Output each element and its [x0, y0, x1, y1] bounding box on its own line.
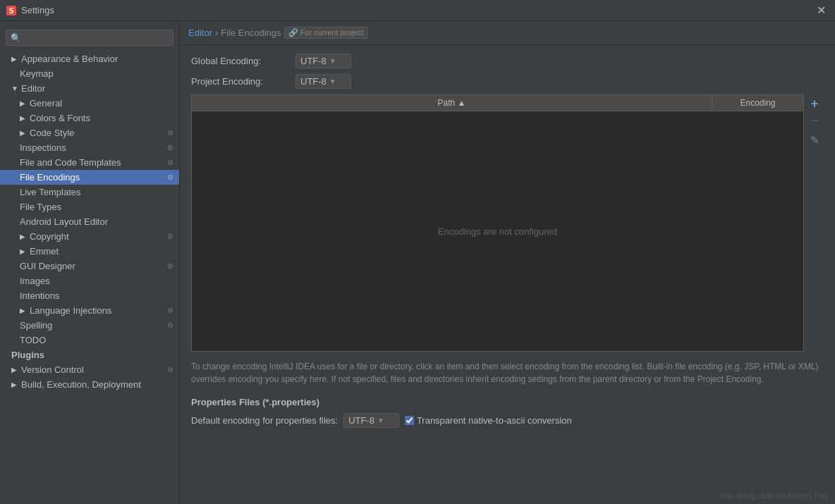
expand-arrow: ▶: [20, 129, 27, 137]
sidebar-item-general[interactable]: ▶ General: [0, 96, 179, 111]
encoding-table: Path ▲ Encoding Encodings are not config…: [191, 94, 804, 352]
sidebar-item-label: Live Templates: [20, 187, 80, 197]
sidebar-item-label: Copyright: [30, 231, 69, 242]
path-column-header[interactable]: Path ▲: [192, 95, 712, 111]
config-icon: ⚙: [167, 173, 173, 181]
breadcrumb-parent: Editor: [188, 27, 212, 38]
default-encoding-label: Default encoding for properties files:: [191, 415, 338, 426]
project-encoding-value: UTF-8: [300, 76, 327, 87]
default-encoding-dropdown[interactable]: UTF-8 ▼: [343, 413, 399, 428]
sidebar-item-label: Inspections: [20, 142, 66, 153]
sidebar-item-intentions[interactable]: Intentions: [0, 288, 179, 303]
default-encoding-row: Default encoding for properties files: U…: [191, 413, 824, 428]
project-encoding-dropdown[interactable]: UTF-8 ▼: [295, 74, 351, 89]
expand-arrow: ▶: [20, 307, 27, 314]
info-text: To change encoding IntelliJ IDEA uses fo…: [191, 360, 824, 386]
sidebar-item-label: TODO: [20, 335, 46, 345]
global-encoding-value: UTF-8: [300, 56, 327, 66]
sidebar-item-file-types[interactable]: File Types: [0, 199, 179, 214]
sidebar-item-label: Images: [20, 276, 50, 286]
expand-arrow: ▶: [11, 366, 18, 374]
expand-arrow: ▶: [20, 233, 27, 240]
sidebar-item-todo[interactable]: TODO: [0, 333, 179, 348]
search-icon: 🔍: [11, 33, 21, 43]
add-encoding-button[interactable]: +: [807, 96, 822, 111]
sidebar-item-label: Appearance & Behavior: [21, 54, 118, 64]
sidebar-item-label: File Types: [20, 202, 61, 212]
breadcrumb-current: File Encodings: [221, 27, 281, 38]
transparent-conversion-label[interactable]: Transparent native-to-ascii conversion: [405, 415, 572, 426]
sidebar-item-editor[interactable]: ▼ Editor: [0, 81, 179, 96]
properties-section-title: Properties Files (*.properties): [191, 397, 824, 407]
sidebar-item-label: Spelling: [20, 320, 52, 331]
table-action-buttons: + − ✎: [804, 94, 824, 352]
edit-encoding-button[interactable]: ✎: [807, 133, 822, 148]
transparent-conversion-checkbox[interactable]: [405, 416, 414, 425]
sidebar-item-label: File Encodings: [20, 172, 80, 183]
sidebar-item-spelling[interactable]: Spelling ⚙: [0, 318, 179, 333]
sidebar-item-keymap[interactable]: Keymap: [0, 66, 179, 81]
sidebar-item-appearance[interactable]: ▶ Appearance & Behavior: [0, 51, 179, 66]
sidebar-item-label: Editor: [21, 83, 45, 94]
empty-message: Encodings are not configured: [438, 226, 557, 237]
main-layout: 🔍 ▶ Appearance & Behavior Keymap ▼ Edito…: [0, 21, 835, 504]
breadcrumb-separator: ›: [215, 27, 218, 38]
remove-encoding-button[interactable]: −: [807, 113, 822, 128]
project-encoding-label: Project Encoding:: [191, 76, 290, 87]
encoding-header-text: Encoding: [740, 98, 775, 108]
project-tag: 🔗 For current project: [284, 27, 368, 39]
expand-arrow: ▼: [11, 85, 18, 92]
sidebar-item-label: Intentions: [20, 290, 59, 301]
app-icon: S: [6, 5, 17, 16]
sidebar-item-inspections[interactable]: Inspections ⚙: [0, 140, 179, 155]
breadcrumb: Editor › File Encodings 🔗 For current pr…: [180, 21, 835, 45]
close-button[interactable]: ✕: [812, 2, 829, 19]
expand-arrow: ▶: [20, 247, 27, 255]
sidebar-item-file-code-templates[interactable]: File and Code Templates ⚙: [0, 155, 179, 170]
sidebar-item-label: Language Injections: [30, 305, 111, 316]
config-icon: ⚙: [167, 233, 173, 240]
sidebar: 🔍 ▶ Appearance & Behavior Keymap ▼ Edito…: [0, 21, 180, 504]
sidebar-item-version-control[interactable]: ▶ Version Control ⚙: [0, 362, 179, 377]
sidebar-item-gui-designer[interactable]: GUI Designer ⚙: [0, 259, 179, 273]
transparent-conversion-text: Transparent native-to-ascii conversion: [417, 415, 572, 426]
global-encoding-dropdown[interactable]: UTF-8 ▼: [295, 54, 351, 68]
content-area: Editor › File Encodings 🔗 For current pr…: [180, 21, 835, 504]
title-bar: S Settings ✕: [0, 0, 835, 21]
sidebar-item-plugins[interactable]: Plugins: [0, 348, 179, 362]
expand-arrow: ▶: [11, 55, 18, 63]
encoding-column-header[interactable]: Encoding: [712, 95, 803, 111]
sidebar-item-code-style[interactable]: ▶ Code Style ⚙: [0, 125, 179, 140]
sidebar-item-label: Emmet: [30, 246, 59, 257]
dropdown-arrow: ▼: [329, 57, 336, 65]
sidebar-item-colors-fonts[interactable]: ▶ Colors & Fonts: [0, 111, 179, 125]
global-encoding-row: Global Encoding: UTF-8 ▼: [191, 54, 824, 68]
config-icon: ⚙: [167, 321, 173, 329]
sidebar-item-label: GUI Designer: [20, 261, 75, 271]
sidebar-item-label: Keymap: [20, 68, 54, 79]
search-box[interactable]: 🔍: [6, 30, 173, 46]
sidebar-item-build-execution[interactable]: ▶ Build, Execution, Deployment: [0, 377, 179, 392]
settings-content: Global Encoding: UTF-8 ▼ Project Encodin…: [180, 45, 835, 504]
sidebar-item-label: General: [30, 98, 62, 109]
global-encoding-label: Global Encoding:: [191, 56, 290, 66]
config-icon: ⚙: [167, 144, 173, 152]
table-wrapper: Path ▲ Encoding Encodings are not config…: [191, 94, 824, 352]
sidebar-item-live-templates[interactable]: Live Templates: [0, 185, 179, 199]
config-icon: ⚙: [167, 129, 173, 137]
sidebar-item-label: Colors & Fonts: [30, 113, 90, 123]
sidebar-item-images[interactable]: Images: [0, 273, 179, 288]
sidebar-item-label: Build, Execution, Deployment: [21, 379, 141, 390]
config-icon: ⚙: [167, 159, 173, 166]
sidebar-item-label: Plugins: [11, 350, 44, 360]
search-input[interactable]: [24, 32, 169, 43]
sidebar-item-emmet[interactable]: ▶ Emmet: [0, 244, 179, 259]
sidebar-item-android-layout[interactable]: Android Layout Editor: [0, 214, 179, 229]
sidebar-item-language-injections[interactable]: ▶ Language Injections ⚙: [0, 303, 179, 318]
sidebar-item-file-encodings[interactable]: File Encodings ⚙: [0, 170, 179, 185]
config-icon: ⚙: [167, 366, 173, 374]
sidebar-item-copyright[interactable]: ▶ Copyright ⚙: [0, 229, 179, 244]
sidebar-item-label: Android Layout Editor: [20, 216, 108, 227]
sidebar-item-label: Version Control: [21, 364, 84, 375]
default-encoding-value: UTF-8: [348, 415, 374, 426]
